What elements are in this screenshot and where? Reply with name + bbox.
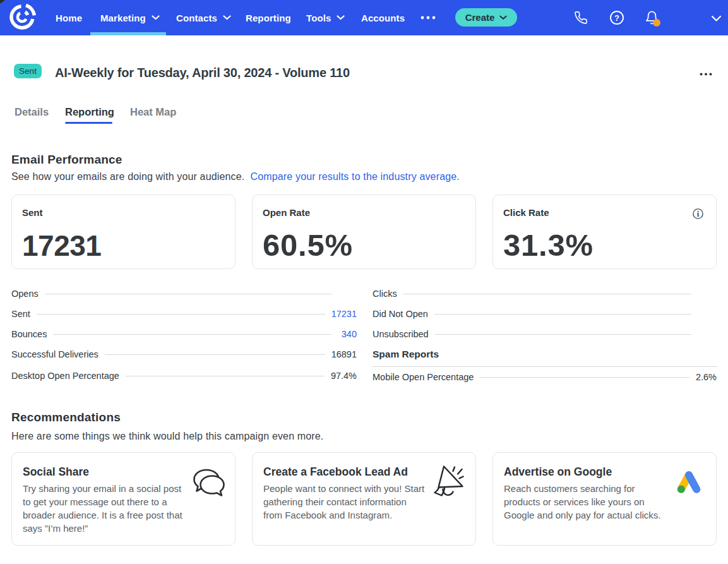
- svg-text:?: ?: [614, 13, 619, 23]
- svg-text:i: i: [697, 210, 700, 219]
